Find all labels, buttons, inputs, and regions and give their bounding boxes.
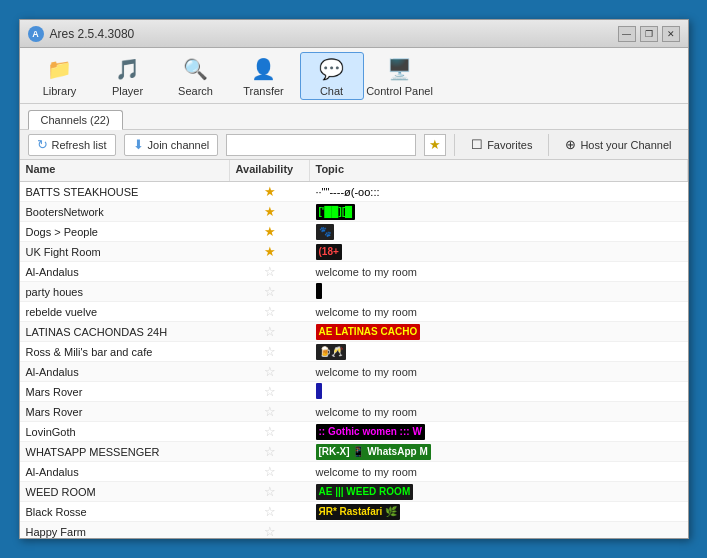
channel-topic: AE LATINAS CACHO (310, 323, 688, 341)
channel-availability: ☆ (230, 443, 310, 460)
channel-topic: ··""----ø(-oo::: (310, 185, 688, 199)
channel-name: WHATSAPP MESSENGER (20, 445, 230, 459)
channel-search-input[interactable] (226, 134, 416, 156)
host-channel-button[interactable]: ⊕ Host your Channel (557, 135, 679, 154)
channel-availability: ★ (230, 243, 310, 260)
channel-availability: ☆ (230, 523, 310, 538)
tab-channels[interactable]: Channels (22) (28, 110, 123, 130)
channel-availability: ☆ (230, 303, 310, 320)
channel-availability: ☆ (230, 463, 310, 480)
table-row[interactable]: UK Fight Room★(18+ (20, 242, 688, 262)
channel-availability: ★ (230, 183, 310, 200)
channel-name: BootersNetwork (20, 205, 230, 219)
table-row[interactable]: WHATSAPP MESSENGER☆[RK-X] 📱 WhatsApp M (20, 442, 688, 462)
library-icon: 📁 (46, 55, 74, 83)
channel-topic: ['██][█ (310, 203, 688, 221)
channel-availability: ☆ (230, 343, 310, 360)
toolbar-chat[interactable]: 💬 Chat (300, 52, 364, 100)
close-button[interactable]: ✕ (662, 26, 680, 42)
action-bar: ↻ Refresh list ⬇ Join channel ★ ☐ Favori… (20, 130, 688, 160)
channel-availability: ☆ (230, 383, 310, 400)
toolbar: 📁 Library 🎵 Player 🔍 Search 👤 Transfer 💬… (20, 48, 688, 104)
channel-topic: 🍺🥂 (310, 343, 688, 361)
library-label: Library (43, 85, 77, 97)
channel-name: Al-Andalus (20, 365, 230, 379)
table-row[interactable]: LATINAS CACHONDAS 24H☆AE LATINAS CACHO (20, 322, 688, 342)
table-row[interactable]: Ross & Mili's bar and cafe☆🍺🥂 (20, 342, 688, 362)
channel-availability: ☆ (230, 403, 310, 420)
table-row[interactable]: Dogs > People★🐾 (20, 222, 688, 242)
channel-name: LATINAS CACHONDAS 24H (20, 325, 230, 339)
favorites-button[interactable]: ☐ Favorites (463, 135, 540, 154)
channel-availability: ☆ (230, 263, 310, 280)
toolbar-transfer[interactable]: 👤 Transfer (232, 52, 296, 100)
table-row[interactable]: rebelde vuelve☆welcome to my room (20, 302, 688, 322)
toolbar-library[interactable]: 📁 Library (28, 52, 92, 100)
table-row[interactable]: Al-Andalus☆welcome to my room (20, 262, 688, 282)
channel-name: Black Rosse (20, 505, 230, 519)
favorites-star-button[interactable]: ★ (424, 134, 446, 156)
title-buttons: — ❐ ✕ (618, 26, 680, 42)
channel-name: Al-Andalus (20, 265, 230, 279)
table-row[interactable]: Al-Andalus☆welcome to my room (20, 462, 688, 482)
transfer-icon: 👤 (250, 55, 278, 83)
channel-topic: ЯR* Rastafari 🌿 (310, 503, 688, 521)
channel-name: party houes (20, 285, 230, 299)
toolbar-control-panel[interactable]: 🖥️ Control Panel (368, 52, 432, 100)
channel-name: Ross & Mili's bar and cafe (20, 345, 230, 359)
table-row[interactable]: Mars Rover☆welcome to my room (20, 402, 688, 422)
window-title: Ares 2.5.4.3080 (50, 27, 618, 41)
channel-topic: AE ||| WEED ROOM (310, 483, 688, 501)
control-panel-label: Control Panel (366, 85, 433, 97)
channel-availability: ☆ (230, 283, 310, 300)
refresh-list-button[interactable]: ↻ Refresh list (28, 134, 116, 156)
channel-topic: welcome to my room (310, 265, 688, 279)
channel-topic (310, 282, 688, 302)
channel-availability: ☆ (230, 423, 310, 440)
separator-1 (454, 134, 455, 156)
channel-name: BATTS STEAKHOUSE (20, 185, 230, 199)
table-row[interactable]: BootersNetwork★['██][█ (20, 202, 688, 222)
chat-icon: 💬 (318, 55, 346, 83)
toolbar-search[interactable]: 🔍 Search (164, 52, 228, 100)
table-header: Name Availability Topic (20, 160, 688, 182)
table-row[interactable]: party houes☆ (20, 282, 688, 302)
title-bar: A Ares 2.5.4.3080 — ❐ ✕ (20, 20, 688, 48)
channel-name: rebelde vuelve (20, 305, 230, 319)
channel-topic: [RK-X] 📱 WhatsApp M (310, 443, 688, 461)
table-row[interactable]: Mars Rover☆ (20, 382, 688, 402)
channel-name: LovinGoth (20, 425, 230, 439)
table-row[interactable]: Happy Farm☆ (20, 522, 688, 538)
search-label: Search (178, 85, 213, 97)
table-row[interactable]: WEED ROOM☆AE ||| WEED ROOM (20, 482, 688, 502)
restore-button[interactable]: ❐ (640, 26, 658, 42)
channel-topic: 🐾 (310, 223, 688, 241)
table-row[interactable]: LovinGoth☆:: Gothic women ::: W (20, 422, 688, 442)
channel-availability: ★ (230, 223, 310, 240)
channel-name: Dogs > People (20, 225, 230, 239)
channel-availability: ☆ (230, 363, 310, 380)
channel-availability: ☆ (230, 483, 310, 500)
table-row[interactable]: Black Rosse☆ЯR* Rastafari 🌿 (20, 502, 688, 522)
player-icon: 🎵 (114, 55, 142, 83)
table-row[interactable]: Al-Andalus☆welcome to my room (20, 362, 688, 382)
join-icon: ⬇ (133, 137, 144, 152)
transfer-label: Transfer (243, 85, 284, 97)
toolbar-player[interactable]: 🎵 Player (96, 52, 160, 100)
minimize-button[interactable]: — (618, 26, 636, 42)
channel-topic: welcome to my room (310, 465, 688, 479)
favorites-icon: ☐ (471, 137, 483, 152)
channels-table: Name Availability Topic BATTS STEAKHOUSE… (20, 160, 688, 538)
channel-topic: (18+ (310, 243, 688, 261)
player-label: Player (112, 85, 143, 97)
channel-topic (310, 382, 688, 402)
channel-name: Mars Rover (20, 405, 230, 419)
join-channel-button[interactable]: ⬇ Join channel (124, 134, 219, 156)
channel-topic: welcome to my room (310, 405, 688, 419)
host-icon: ⊕ (565, 137, 576, 152)
control-panel-icon: 🖥️ (386, 55, 414, 83)
header-topic: Topic (310, 160, 688, 181)
tabs-bar: Channels (22) (20, 104, 688, 130)
app-icon: A (28, 26, 44, 42)
table-row[interactable]: BATTS STEAKHOUSE★··""----ø(-oo::: (20, 182, 688, 202)
